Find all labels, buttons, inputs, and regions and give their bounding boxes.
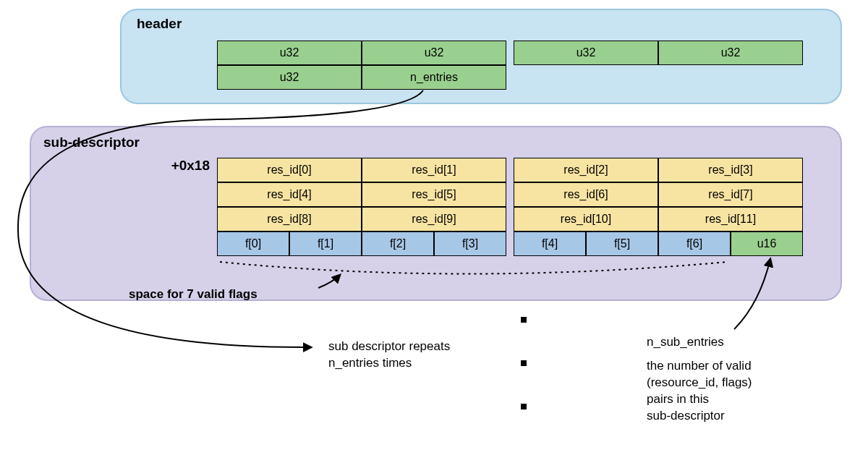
u16-cell: u16 <box>731 232 803 256</box>
flag-cell: f[5] <box>586 232 658 256</box>
flag-cell: f[0] <box>217 232 289 256</box>
flag-cell: f[1] <box>289 232 362 256</box>
subdescriptor-title: sub-descriptor <box>43 135 140 150</box>
resid-cell: res_id[6] <box>514 182 658 207</box>
nsub-l4: sub-descriptor <box>647 408 725 425</box>
resid-row-0: res_id[0] res_id[1] res_id[2] res_id[3] <box>217 158 803 182</box>
u32-cell: u32 <box>362 41 506 65</box>
repeats-caption-l1: sub descriptor repeats <box>328 339 450 355</box>
nsub-title: n_sub_entries <box>647 334 724 351</box>
resid-row-1: res_id[4] res_id[5] res_id[6] res_id[7] <box>217 182 803 207</box>
ellipsis-dot <box>521 360 527 366</box>
resid-cell: res_id[9] <box>362 207 506 232</box>
flag-cell: f[3] <box>434 232 506 256</box>
u32-cell: u32 <box>217 65 362 90</box>
repeats-caption-l2: n_entries times <box>328 355 412 372</box>
flag-cell: f[4] <box>514 232 586 256</box>
flag-cell: f[6] <box>658 232 731 256</box>
diagram-canvas: header u32 u32 u32 u32 u32 n_entries sub… <box>0 0 868 463</box>
resid-cell: res_id[0] <box>217 158 362 182</box>
space7-caption: space for 7 valid flags <box>129 286 258 303</box>
n-entries-cell: n_entries <box>362 65 506 90</box>
u32-cell: u32 <box>658 41 803 65</box>
u32-cell: u32 <box>217 41 362 65</box>
header-row-2: u32 n_entries <box>217 65 506 90</box>
nsub-l1: the number of valid <box>647 358 752 375</box>
u32-cell: u32 <box>514 41 658 65</box>
resid-cell: res_id[1] <box>362 158 506 182</box>
resid-cell: res_id[10] <box>514 207 658 232</box>
resid-cell: res_id[8] <box>217 207 362 232</box>
header-title: header <box>137 16 182 32</box>
header-row-1: u32 u32 u32 u32 <box>217 41 803 65</box>
nsub-l3: pairs in this <box>647 391 709 408</box>
ellipsis-dot <box>521 317 527 323</box>
resid-cell: res_id[11] <box>658 207 803 232</box>
flag-cell: f[2] <box>362 232 434 256</box>
flags-row: f[0] f[1] f[2] f[3] f[4] f[5] f[6] u16 <box>217 232 803 256</box>
resid-cell: res_id[5] <box>362 182 506 207</box>
ellipsis-dot <box>521 404 527 409</box>
resid-cell: res_id[7] <box>658 182 803 207</box>
nsub-l2: (resource_id, flags) <box>647 375 752 391</box>
resid-row-2: res_id[8] res_id[9] res_id[10] res_id[11… <box>217 207 803 232</box>
resid-cell: res_id[3] <box>658 158 803 182</box>
resid-cell: res_id[4] <box>217 182 362 207</box>
offset-label: +0x18 <box>123 158 210 174</box>
resid-cell: res_id[2] <box>514 158 658 182</box>
